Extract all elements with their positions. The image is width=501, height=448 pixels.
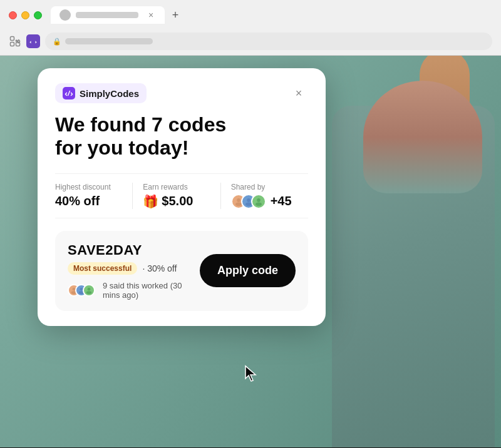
browser-addressbar: 🔒 (0, 29, 501, 55)
avatar-group (231, 194, 261, 209)
browser-tab-active[interactable]: × (51, 6, 165, 24)
svg-point-4 (235, 202, 242, 206)
close-window-button[interactable] (9, 11, 17, 19)
svg-rect-0 (11, 37, 14, 41)
simplycodes-extension-icon[interactable] (26, 34, 40, 48)
code-tags: Most successful · 30% off (68, 262, 200, 275)
svg-rect-2 (11, 43, 14, 46)
popup-headline: We found 7 codes for you today! (55, 113, 308, 160)
discount-amount: · 30% off (142, 263, 177, 273)
extensions-icon[interactable] (9, 35, 21, 48)
tab-close-button[interactable]: × (146, 10, 156, 20)
popup-container: SimplyCodes × We found 7 codes for you t… (38, 68, 326, 326)
browser-tab-area: × + (51, 6, 492, 24)
most-successful-tag: Most successful (68, 262, 137, 275)
popup-header: SimplyCodes × (55, 83, 308, 103)
stat-highest-discount-value: 40% off (55, 194, 100, 208)
address-bar[interactable]: 🔒 (45, 33, 492, 50)
svg-point-8 (256, 202, 262, 206)
stat-earn-rewards-value: 🎁 $5.00 (143, 194, 193, 209)
user-avatar-3 (83, 284, 95, 297)
shoulder-area (363, 81, 482, 193)
stat-shared-by-label: Shared by (231, 183, 266, 191)
svg-point-14 (86, 291, 91, 294)
stat-shared-by-value: +45 (231, 194, 292, 209)
browser-titlebar: × + (0, 0, 501, 29)
traffic-lights (9, 11, 42, 19)
coupon-code: SAVE2DAY (68, 242, 200, 258)
code-users-row: 9 said this worked (30 mins ago) (68, 281, 200, 300)
address-text (65, 38, 153, 44)
minimize-window-button[interactable] (21, 11, 29, 19)
tab-favicon (59, 9, 71, 21)
gift-icon: 🎁 (143, 194, 158, 209)
browser-chrome: × + 🔒 (0, 0, 501, 56)
lock-icon: 🔒 (53, 38, 61, 46)
person-background (313, 56, 501, 447)
stats-row: Highest discount 40% off Earn rewards 🎁 … (55, 173, 308, 218)
user-count-text: 9 said this worked (30 mins ago) (103, 281, 200, 300)
new-tab-button[interactable]: + (167, 7, 183, 23)
fullscreen-window-button[interactable] (34, 11, 42, 19)
svg-point-7 (257, 198, 261, 202)
svg-point-5 (247, 198, 250, 202)
apply-code-button[interactable]: Apply code (200, 254, 296, 287)
stat-shared-by: Shared by +45 (221, 183, 308, 209)
tab-title (76, 12, 138, 18)
users-avatar-group (68, 284, 90, 297)
svg-point-6 (245, 202, 252, 206)
avatar-3 (251, 194, 266, 209)
simplycodes-logo-icon (63, 87, 75, 99)
brand-name-label: SimplyCodes (80, 88, 139, 99)
code-left: SAVE2DAY Most successful · 30% off (68, 242, 200, 300)
stat-earn-rewards: Earn rewards 🎁 $5.00 (133, 183, 220, 209)
svg-point-3 (237, 198, 240, 202)
page-content: SimplyCodes × We found 7 codes for you t… (0, 56, 501, 447)
stat-highest-discount-label: Highest discount (55, 183, 111, 191)
stat-earn-rewards-label: Earn rewards (143, 183, 187, 191)
code-card: SAVE2DAY Most successful · 30% off (55, 231, 308, 311)
svg-point-13 (88, 287, 91, 290)
brand-badge: SimplyCodes (55, 83, 147, 103)
stat-highest-discount: Highest discount 40% off (55, 183, 133, 209)
popup-close-button[interactable]: × (289, 84, 308, 103)
